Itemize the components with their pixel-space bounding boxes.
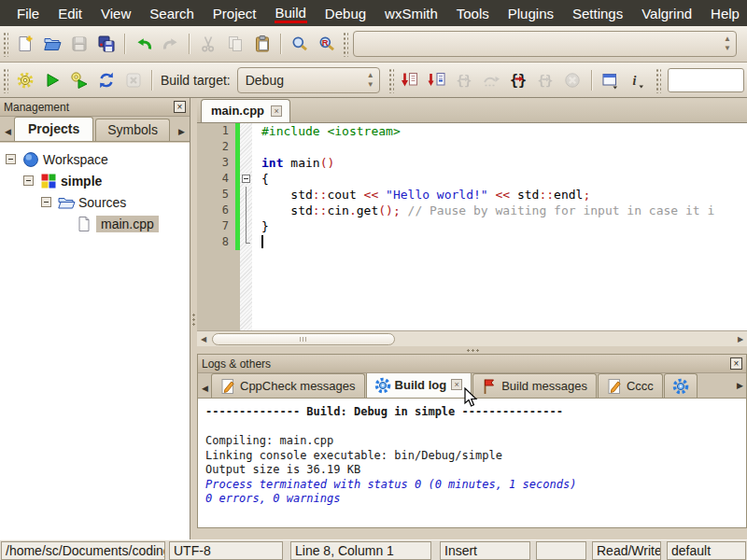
editor-line-6[interactable]: 6 std::cin.get(); // Pause by waiting fo… [197, 203, 747, 218]
logs-scroll-right-icon[interactable]: ▶ [734, 376, 746, 395]
horizontal-splitter[interactable] [197, 346, 747, 354]
run-to-cursor-button[interactable] [424, 67, 451, 92]
fold-margin [240, 203, 252, 218]
code-editor[interactable]: 1#include <iostream>23int main()4{5 std:… [197, 123, 747, 330]
run-button[interactable] [38, 67, 65, 92]
tab-projects[interactable]: Projects [14, 117, 93, 141]
collapse-expander-icon[interactable] [23, 175, 34, 186]
menu-bar: FileEditViewSearchProjectBuildDebugwxSmi… [0, 0, 747, 26]
code-text [252, 234, 747, 250]
log-tab-cppcheck-messages[interactable]: CppCheck messages [211, 373, 365, 398]
menu-item-debug[interactable]: Debug [316, 0, 375, 26]
various-info-button[interactable]: i [624, 67, 651, 92]
menu-item-project[interactable]: Project [204, 0, 266, 26]
menu-item-settings[interactable]: Settings [563, 0, 632, 26]
menu-item-tools[interactable]: Tools [447, 0, 499, 26]
tree-item-label: main.cpp [96, 216, 159, 232]
log-line: Output size is 36.19 KB [205, 463, 739, 478]
toolbar-grip[interactable] [342, 31, 348, 57]
replace-icon: R [317, 35, 336, 53]
menu-item-label: Project [212, 4, 258, 22]
editor-hscrollbar[interactable]: ◀ ▶ [197, 330, 747, 346]
fold-margin [240, 139, 252, 155]
tab-symbols[interactable]: Symbols [95, 119, 170, 141]
editor-line-4[interactable]: 4{ [197, 171, 747, 187]
close-tab-icon[interactable]: × [271, 105, 282, 117]
open-file-button[interactable] [38, 32, 65, 57]
code-text: #include <iostream> [252, 123, 747, 139]
replace-button[interactable]: R [313, 32, 340, 57]
collapse-expander-icon[interactable] [41, 197, 51, 207]
toolbar-grip[interactable] [655, 67, 661, 93]
status-caret-position: Line 8, Column 1 [290, 541, 431, 560]
log-tab-build-messages[interactable]: Build messages [472, 373, 597, 398]
editor-line-2[interactable]: 2 [197, 139, 747, 155]
debugging-windows-button[interactable] [597, 67, 624, 92]
toolbar-grip[interactable] [2, 67, 8, 93]
tree-item-workspace[interactable]: Workspace [0, 148, 190, 170]
build-and-run-button[interactable] [65, 67, 92, 92]
editor-line-5[interactable]: 5 std::cout << "Hello world!" << std::en… [197, 187, 747, 203]
menu-item-valgrind[interactable]: Valgrind [632, 0, 701, 26]
stop-icon [563, 71, 582, 90]
info-icon: i [627, 71, 646, 90]
fold-margin [240, 234, 252, 250]
menu-item-view[interactable]: View [92, 0, 140, 26]
scroll-left-icon[interactable]: ◀ [197, 335, 210, 343]
close-management-icon[interactable]: × [174, 101, 186, 113]
editor-line-3[interactable]: 3int main() [197, 155, 747, 171]
scroll-right-icon[interactable]: ▶ [734, 335, 747, 343]
log-tab-cccc[interactable]: Cccc [598, 373, 663, 398]
toolbar-grip[interactable] [2, 31, 8, 57]
menu-item-plugins[interactable]: Plugins [499, 0, 563, 26]
tree-item-sources[interactable]: Sources [0, 191, 190, 213]
menu-item-label: Plugins [507, 4, 555, 22]
build-target-combo[interactable]: Debug ▲▼ [237, 67, 380, 93]
spinner-arrows-icon[interactable]: ▲▼ [367, 71, 374, 90]
menu-item-edit[interactable]: Edit [49, 0, 92, 26]
tabs-scroll-left-icon[interactable]: ◀ [2, 122, 14, 141]
editor-line-8[interactable]: 8 [197, 234, 747, 250]
debug-continue-button[interactable] [397, 67, 424, 92]
undo-button[interactable] [130, 32, 157, 57]
open-file-icon [43, 35, 62, 53]
log-tab-build-log[interactable]: Build log× [366, 373, 472, 398]
logs-caption: Logs & others × [198, 355, 746, 373]
vertical-splitter[interactable] [190, 98, 197, 539]
line-number: 2 [197, 139, 235, 155]
tree-item-main-cpp[interactable]: main.cpp [0, 213, 190, 234]
menu-item-search[interactable]: Search [140, 0, 204, 26]
undo-icon [134, 35, 153, 53]
menu-item-build[interactable]: Build [266, 0, 316, 26]
close-tab-icon[interactable]: × [451, 379, 462, 390]
editor-line-1[interactable]: 1#include <iostream> [197, 123, 747, 139]
find-button[interactable] [286, 32, 313, 57]
menu-item-label: Settings [571, 4, 624, 22]
log-tab-hidden[interactable] [664, 373, 698, 398]
abort-button [120, 67, 147, 92]
incremental-search-combo[interactable]: ▲▼ [353, 31, 737, 57]
logs-scroll-left-icon[interactable]: ◀ [199, 379, 211, 398]
svg-text:R: R [321, 37, 328, 48]
scrollbar-thumb[interactable] [212, 333, 395, 345]
close-logs-icon[interactable]: × [730, 357, 742, 370]
collapse-expander-icon[interactable] [6, 154, 16, 164]
tabs-scroll-right-icon[interactable]: ▶ [176, 122, 188, 141]
build-button[interactable] [11, 67, 38, 92]
menu-item-wxsmith[interactable]: wxSmith [375, 0, 447, 26]
spinner-arrows-icon[interactable]: ▲▼ [724, 35, 731, 53]
rebuild-button[interactable] [92, 67, 120, 92]
new-file-button[interactable] [11, 32, 38, 57]
toolbar-text-entry[interactable] [668, 68, 744, 92]
menu-item-file[interactable]: File [7, 0, 49, 26]
step-into-button[interactable]: {} [505, 67, 532, 92]
toolbar-separator [124, 34, 125, 54]
menu-item-help[interactable]: Help [701, 0, 747, 26]
fold-margin[interactable] [240, 171, 252, 187]
save-all-button[interactable] [92, 32, 120, 57]
editor-line-7[interactable]: 7} [197, 218, 747, 234]
toolbar-grip[interactable] [388, 67, 394, 93]
paste-button[interactable] [248, 32, 275, 57]
tree-item-simple[interactable]: simple [0, 170, 190, 191]
editor-tab-maincpp[interactable]: main.cpp × [201, 99, 290, 122]
